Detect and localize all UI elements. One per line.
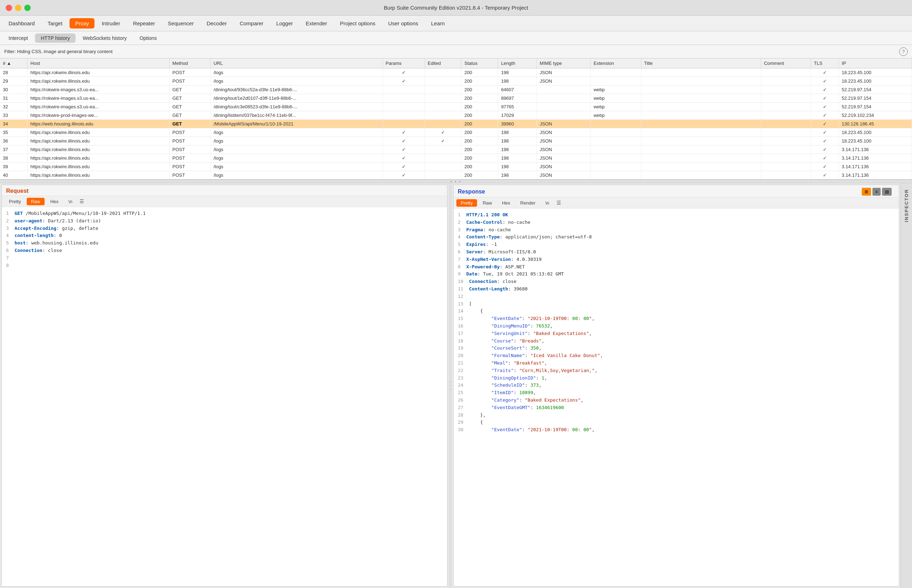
menu-bar: DashboardTargetProxyIntruderRepeaterSequ… [0,16,912,31]
menu-item-proxy[interactable]: Proxy [70,18,94,29]
line-number: 13 [458,301,466,307]
table-cell: https://api.rokwire.illinois.edu [27,171,169,179]
table-cell: https://rokwire-prod-images-we... [27,111,169,120]
sub-tab-options[interactable]: Options [134,34,162,43]
menu-item-intruder[interactable]: Intruder [96,18,126,29]
table-cell: 200 [461,94,498,103]
table-cell [641,163,761,171]
table-cell: /logs [210,171,383,179]
table-row[interactable]: 33https://rokwire-prod-images-we...GET/d… [0,111,912,120]
response-tab-render[interactable]: Render [516,199,540,207]
col-num[interactable]: # ▲ [0,58,27,68]
request-tab-raw[interactable]: Raw [27,198,45,205]
view-toggle-list[interactable]: ≡ [872,188,881,195]
table-cell: 200 [461,128,498,137]
menu-item-project-options[interactable]: Project options [335,18,381,29]
view-toggle-compact[interactable]: ▤ [882,188,892,195]
menu-item-comparer[interactable]: Comparer [234,18,269,29]
close-button[interactable] [6,5,12,11]
table-cell: GET [169,103,210,111]
maximize-button[interactable] [24,5,31,11]
request-tab-hex[interactable]: Hex [46,198,63,205]
menu-item-sequencer[interactable]: Sequencer [162,18,200,29]
col-ip[interactable]: IP [839,58,912,68]
menu-item-user-options[interactable]: User options [383,18,424,29]
table-row[interactable]: 30https://rokwire-images.s3.us-ea...GET/… [0,86,912,94]
request-tab-menu[interactable]: ☰ [78,197,86,205]
request-tab-pretty[interactable]: Pretty [5,198,25,205]
menu-item-target[interactable]: Target [42,18,68,29]
col-length[interactable]: Length [498,58,537,68]
col-title[interactable]: Title [641,58,761,68]
table-cell: https://api.rokwire.illinois.edu [27,128,169,137]
table-row[interactable]: 39https://api.rokwire.illinois.eduPOST/l… [0,163,912,171]
help-button[interactable]: ? [899,47,908,56]
view-toggle-grid[interactable]: ⊞ [862,188,871,195]
table-cell [590,120,641,128]
request-content: 1 GET /MobileAppWS/api/Menu/1/10-19-2021… [2,207,447,586]
table-row[interactable]: 38https://api.rokwire.illinois.eduPOST/l… [0,154,912,163]
menu-item-decoder[interactable]: Decoder [201,18,233,29]
col-params[interactable]: Params [383,58,425,68]
table-cell: ✓ [383,145,425,154]
col-status[interactable]: Status [461,58,498,68]
response-tab-pretty[interactable]: Pretty [456,199,477,207]
table-cell: 97765 [498,103,537,111]
table-cell: GET [169,94,210,103]
sub-tab-http-history[interactable]: HTTP history [35,34,75,43]
response-tab-raw[interactable]: Raw [479,199,496,207]
menu-item-repeater[interactable]: Repeater [127,18,161,29]
table-cell: /dining/tout/c3e08523-d3fe-11e9-88b6-... [210,103,383,111]
splitter-handle: • • • [450,179,461,184]
col-ext[interactable]: Extension [590,58,641,68]
table-cell [761,94,811,103]
panel-splitter[interactable]: • • • [0,179,912,183]
title-bar: Burp Suite Community Edition v2021.8.4 -… [0,0,912,16]
menu-item-dashboard[interactable]: Dashboard [3,18,40,29]
request-tab-newline[interactable]: \n [64,198,77,205]
sub-tab-intercept[interactable]: Intercept [3,34,34,43]
col-tls[interactable]: TLS [811,58,839,68]
response-content: 1 HTTP/1.1 200 OK2 Cache-Control: no-cac… [453,208,899,586]
table-row[interactable]: 40https://api.rokwire.illinois.eduPOST/l… [0,171,912,179]
col-method[interactable]: Method [169,58,210,68]
table-cell: 200 [461,171,498,179]
table-row[interactable]: 34https://web.housing.illinois.eduGET/Mo… [0,120,912,128]
col-host[interactable]: Host [27,58,169,68]
line-number: 30 [458,427,466,432]
table-cell [761,154,811,163]
response-tab-hex[interactable]: Hex [498,199,514,207]
table-cell: ✓ [811,154,839,163]
table-cell: POST [169,68,210,77]
table-cell [537,86,590,94]
col-mime[interactable]: MIME type [537,58,590,68]
table-cell: 37 [0,145,27,154]
table-cell: 34 [0,120,27,128]
menu-item-logger[interactable]: Logger [271,18,299,29]
minimize-button[interactable] [15,5,21,11]
table-cell: 18.223.45.100 [839,137,912,145]
window-controls[interactable] [6,5,31,11]
table-row[interactable]: 28https://api.rokwire.illinois.eduPOST/l… [0,68,912,77]
response-tab-newline[interactable]: \n [541,199,554,207]
response-tab-menu[interactable]: ☰ [555,199,563,207]
menu-item-extender[interactable]: Extender [300,18,333,29]
line-number: 15 [458,316,466,321]
panel-drag-handle[interactable]: ⋮⋮⋮ [449,183,452,588]
table-row[interactable]: 36https://api.rokwire.illinois.eduPOST/l… [0,137,912,145]
col-edited[interactable]: Edited [425,58,461,68]
table-row[interactable]: 37https://api.rokwire.illinois.eduPOST/l… [0,145,912,154]
sub-tab-websockets-history[interactable]: WebSockets history [77,34,132,43]
line-number: 4 [458,234,464,239]
table-row[interactable]: 31https://rokwire-images.s3.us-ea...GET/… [0,94,912,103]
inspector-label: INSPECTOR [902,183,910,228]
col-comment[interactable]: Comment [761,58,811,68]
menu-item-learn[interactable]: Learn [425,18,450,29]
table-row[interactable]: 32https://rokwire-images.s3.us-ea...GET/… [0,103,912,111]
table-row[interactable]: 35https://api.rokwire.illinois.eduPOST/l… [0,128,912,137]
table-cell: ✓ [383,154,425,163]
table-row[interactable]: 29https://api.rokwire.illinois.eduPOST/l… [0,77,912,86]
line-number: 3 [6,226,12,231]
table-cell: GET [169,86,210,94]
col-url[interactable]: URL [210,58,383,68]
